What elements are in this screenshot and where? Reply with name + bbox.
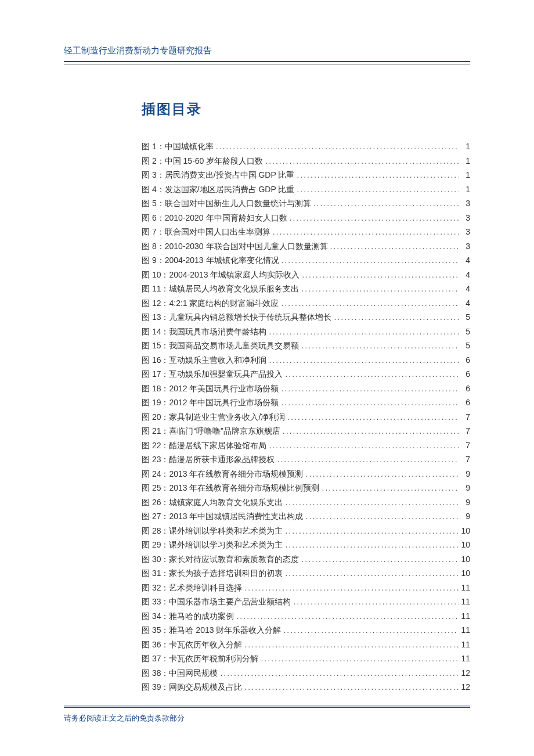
toc-entry-page: 9: [459, 467, 470, 481]
toc-entry: 图 37：卡瓦依历年税前利润分解11: [142, 651, 470, 666]
toc-leader-dots: [287, 211, 459, 225]
toc-entry: 图 8：2010-2030 年联合国对中国儿童人口数量测算3: [142, 239, 470, 254]
toc-leader-dots: [242, 680, 459, 694]
toc-leader-dots: [304, 467, 459, 481]
toc-entry-label: 图 26：城镇家庭人均教育文化娱乐支出: [142, 495, 283, 510]
toc-entry: 图 38：中国网民规模12: [142, 666, 470, 681]
toc-entry-label: 图 22：酷漫居线下家居体验馆布局: [142, 438, 266, 453]
toc-entry-page: 9: [459, 509, 470, 524]
toc-entry-label: 图 6：2010-2020 年中国育龄妇女人口数: [142, 211, 287, 225]
toc-entry: 图 21：喜临门“呼噜噜”品牌京东旗舰店7: [142, 424, 470, 438]
toc-entry-page: 11: [459, 609, 470, 624]
footer-divider: [64, 705, 470, 705]
toc-leader-dots: [263, 154, 459, 168]
toc-entry: 图 16：互动娱乐主营收入和净利润6: [142, 353, 470, 368]
toc-leader-dots: [242, 638, 459, 652]
toc-entry-label: 图 29：课外培训以学习类和艺术类为主: [142, 538, 283, 552]
toc-entry-label: 图 10：2004-2013 年城镇家庭人均实际收入: [142, 268, 300, 282]
toc-leader-dots: [294, 182, 459, 197]
toc-entry-page: 7: [459, 438, 470, 453]
toc-entry-label: 图 35：雅马哈 2013 财年乐器收入分解: [142, 623, 281, 638]
toc-entry-label: 图 14：我国玩具市场消费年龄结构: [142, 325, 266, 339]
toc-entry-page: 5: [459, 339, 470, 353]
toc-entry-label: 图 12：4:2:1 家庭结构的财富漏斗效应: [142, 296, 279, 311]
toc-leader-dots: [283, 566, 459, 581]
toc-entry: 图 3：居民消费支出/投资占中国 GDP 比重1: [142, 168, 470, 182]
page-header: 轻工制造行业消费新动力专题研究报告: [64, 45, 470, 62]
toc-entry: 图 11：城镇居民人均教育文化娱乐服务支出4: [142, 282, 470, 296]
toc-entry-label: 图 13：儿童玩具内销总额增长快于传统玩具整体增长: [142, 310, 331, 325]
toc-entry: 图 2：中国 15-60 岁年龄段人口数1: [142, 154, 470, 168]
toc-entry-page: 11: [459, 623, 470, 638]
toc-leader-dots: [304, 509, 459, 524]
toc-entry-page: 10: [459, 524, 470, 538]
toc-leader-dots: [275, 452, 459, 467]
toc-entry-label: 图 36：卡瓦依历年收入分解: [142, 638, 242, 652]
header-divider: [64, 64, 470, 65]
toc-leader-dots: [214, 139, 459, 154]
toc-entry-page: 6: [459, 395, 470, 410]
toc-leader-dots: [283, 367, 459, 381]
toc-leader-dots: [234, 609, 459, 624]
toc-entry-label: 图 16：互动娱乐主营收入和净利润: [142, 353, 266, 368]
toc-entry-page: 1: [459, 168, 470, 182]
toc-entry: 图 34：雅马哈的成功案例11: [142, 609, 470, 624]
toc-entry-label: 图 11：城镇居民人均教育文化娱乐服务支出: [142, 282, 299, 296]
toc-entry-label: 图 9：2004-2013 年城镇化率变化情况: [142, 253, 279, 268]
toc-entry-page: 3: [459, 225, 470, 239]
toc-entry-page: 5: [459, 310, 470, 325]
toc-entry-label: 图 30：家长对待应试教育和素质教育的态度: [142, 552, 299, 567]
toc-entry: 图 30：家长对待应试教育和素质教育的态度10: [142, 552, 470, 567]
toc-entry: 图 17：互动娱乐加强婴童玩具产品投入6: [142, 367, 470, 381]
footer-text: 请务必阅读正文之后的免责条款部分: [64, 714, 470, 723]
toc-entry-label: 图 38：中国网民规模: [142, 666, 218, 681]
toc-leader-dots: [266, 353, 459, 368]
toc-entry-page: 10: [459, 552, 470, 567]
toc-leader-dots: [266, 325, 459, 339]
toc-entry-page: 4: [459, 253, 470, 268]
toc-leader-dots: [279, 395, 459, 410]
toc-entry-label: 图 1：中国城镇化率: [142, 139, 214, 154]
toc-leader-dots: [299, 339, 459, 353]
toc-entry-label: 图 27：2013 年中国城镇居民消费性支出构成: [142, 509, 304, 524]
toc-entry-label: 图 37：卡瓦依历年税前利润分解: [142, 651, 258, 666]
toc-leader-dots: [285, 410, 459, 424]
toc-leader-dots: [294, 168, 459, 182]
toc-leader-dots: [283, 538, 459, 552]
toc-leader-dots: [280, 424, 459, 438]
toc-entry-label: 图 15：我国商品交易市场儿童类玩具交易额: [142, 339, 299, 353]
toc-entry-label: 图 3：居民消费支出/投资占中国 GDP 比重: [142, 168, 294, 182]
toc-entry-page: 3: [459, 211, 470, 225]
toc-entry: 图 4：发达国家/地区居民消费占 GDP 比重1: [142, 182, 470, 197]
toc-entry: 图 23：酷漫居所获卡通形象品牌授权7: [142, 452, 470, 467]
toc-entry: 图 22：酷漫居线下家居体验馆布局7: [142, 438, 470, 453]
toc-entry-page: 9: [459, 481, 470, 495]
toc-entry-label: 图 5：联合国对中国新生儿人口数量统计与测算: [142, 196, 311, 211]
toc-leader-dots: [331, 310, 459, 325]
toc-leader-dots: [270, 225, 459, 239]
toc-entry-page: 7: [459, 424, 470, 438]
toc-leader-dots: [281, 623, 459, 638]
toc-entry-page: 1: [459, 154, 470, 168]
toc-entry: 图 33：中国乐器市场主要产品营业额结构11: [142, 595, 470, 609]
toc-entry: 图 28：课外培训以学科类和艺术类为主10: [142, 524, 470, 538]
toc-entry: 图 26：城镇家庭人均教育文化娱乐支出9: [142, 495, 470, 510]
toc-entry-label: 图 23：酷漫居所获卡通形象品牌授权: [142, 452, 275, 467]
toc-leader-dots: [283, 495, 459, 510]
toc-entry-page: 11: [459, 581, 470, 595]
toc-entry: 图 15：我国商品交易市场儿童类玩具交易额5: [142, 339, 470, 353]
toc-entry-label: 图 21：喜临门“呼噜噜”品牌京东旗舰店: [142, 424, 280, 438]
footer-divider-accent: [64, 707, 470, 708]
toc-entry-label: 图 32：艺术类培训科目选择: [142, 581, 242, 595]
page-footer: 请务必阅读正文之后的免责条款部分: [64, 705, 470, 723]
toc-entry-page: 7: [459, 452, 470, 467]
toc-entry-label: 图 24：2013 年在线教育各细分市场规模预测: [142, 467, 304, 481]
toc-entry-label: 图 19：2012 年中国玩具行业市场份额: [142, 395, 279, 410]
toc-entry-label: 图 31：家长为孩子选择培训科目的初衷: [142, 566, 283, 581]
toc-entry-page: 6: [459, 367, 470, 381]
toc-leader-dots: [328, 239, 459, 254]
toc-leader-dots: [279, 253, 459, 268]
toc-entry-label: 图 4：发达国家/地区居民消费占 GDP 比重: [142, 182, 294, 197]
toc-entry-label: 图 8：2010-2030 年联合国对中国儿童人口数量测算: [142, 239, 328, 254]
toc-leader-dots: [299, 282, 459, 296]
